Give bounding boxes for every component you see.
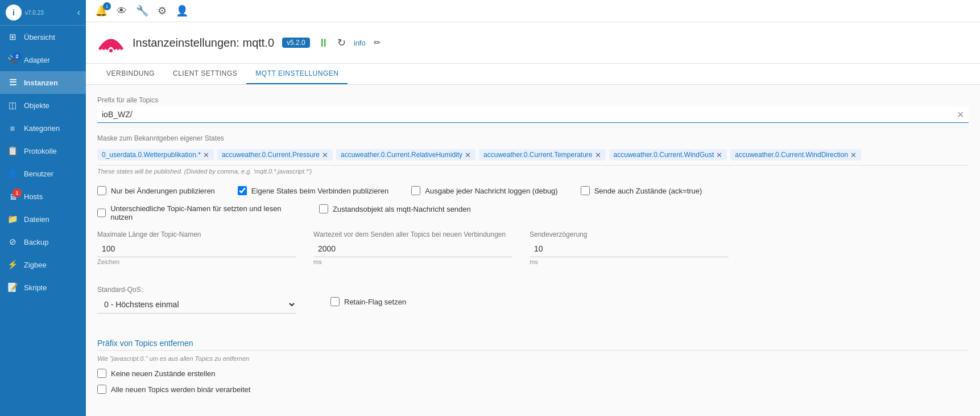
objekte-icon: ◫ bbox=[7, 100, 18, 111]
checkbox-nur-aenderungen-input[interactable] bbox=[97, 186, 106, 195]
checkbox-zustandsobjekt-input[interactable] bbox=[319, 204, 328, 213]
tag-2: accuweather.0.Current.RelativeHumidity ✕ bbox=[336, 149, 475, 160]
sidebar-label-skripte: Skripte bbox=[24, 283, 47, 292]
checkbox-eigene-states[interactable]: Eigene States beim Verbinden publizieren bbox=[238, 186, 388, 195]
checkbox-binary-topics-input[interactable] bbox=[97, 385, 106, 394]
gear-icon[interactable]: ⚙ bbox=[158, 5, 167, 17]
user-icon[interactable]: 👤 bbox=[176, 5, 188, 17]
bell-icon[interactable]: 🔔 1 bbox=[95, 5, 107, 17]
tag-remove-2[interactable]: ✕ bbox=[465, 151, 471, 159]
sidebar-item-adapter[interactable]: 🔌 Adapter 2 bbox=[0, 48, 86, 71]
checkbox-topic-namen[interactable]: Unterschiedliche Topic-Namen für setzten… bbox=[97, 204, 296, 221]
sidebar-item-protokolle[interactable]: 📋 Protokolle bbox=[0, 139, 86, 162]
pause-icon[interactable]: ⏸ bbox=[318, 36, 329, 50]
section-prefix-title: Präfix von Topics entfernen bbox=[97, 339, 969, 348]
sidebar-item-kategorien[interactable]: ≡ Kategorien bbox=[0, 117, 86, 139]
checkbox-binary-topics-label: Alle neuen Topics werden binär verarbeit… bbox=[111, 385, 250, 394]
checkboxes-row-1: Nur bei Änderungen publizieren Eigene St… bbox=[97, 186, 969, 195]
uebersicht-icon: ⊞ bbox=[7, 31, 18, 43]
mqtt-logo-icon bbox=[97, 29, 125, 56]
max-length-input[interactable] bbox=[97, 241, 296, 257]
checkbox-debug-log[interactable]: Ausgabe jeder Nachricht loggen (debug) bbox=[411, 186, 557, 195]
sidebar-label-objekte: Objekte bbox=[24, 101, 49, 110]
tag-remove-0[interactable]: ✕ bbox=[203, 151, 209, 159]
prefix-label: Prefix für alle Topics bbox=[97, 96, 969, 104]
checkbox-nur-aenderungen-label: Nur bei Änderungen publizieren bbox=[111, 187, 215, 195]
sidebar-label-uebersicht: Übersicht bbox=[24, 33, 55, 42]
checkbox-no-new-states-label: Keine neuen Zustände erstellen bbox=[111, 369, 216, 378]
tab-verbindung[interactable]: VERBINDUNG bbox=[97, 64, 164, 84]
eye-icon[interactable]: 👁 bbox=[117, 5, 127, 17]
logo-icon: i bbox=[6, 5, 22, 20]
qos-select[interactable]: 0 - Höchstens einmal 1 - Mindestens einm… bbox=[97, 296, 296, 314]
tag-remove-4[interactable]: ✕ bbox=[716, 151, 722, 159]
sidebar-item-benutzer[interactable]: 👤 Benutzer bbox=[0, 162, 86, 185]
checkbox-sende-zustaende-label: Sende auch Zustände (ack=true) bbox=[594, 187, 702, 195]
backup-icon: ⊘ bbox=[7, 236, 18, 248]
checkbox-binary-topics[interactable]: Alle neuen Topics werden binär verarbeit… bbox=[97, 385, 969, 394]
tab-mqtt-einstellungen[interactable]: MQTT EINSTELLUNGEN bbox=[246, 64, 348, 84]
checkbox-no-new-states-input[interactable] bbox=[97, 369, 106, 378]
sidebar-header: i v7.0.23 ‹ bbox=[0, 0, 86, 26]
fields-row: Maximale Länge der Topic-Namen Zeichen W… bbox=[97, 230, 969, 277]
tag-remove-5[interactable]: ✕ bbox=[850, 151, 857, 159]
sidebar-item-uebersicht[interactable]: ⊞ Übersicht bbox=[0, 26, 86, 48]
kategorien-icon: ≡ bbox=[7, 122, 18, 134]
sidebar-item-backup[interactable]: ⊘ Backup bbox=[0, 230, 86, 253]
adapter-badge: 2 bbox=[13, 52, 22, 61]
sidebar-item-instanzen[interactable]: ☰ Instanzen bbox=[0, 71, 86, 94]
bell-badge: 1 bbox=[103, 2, 111, 10]
tabs: VERBINDUNG CLIENT SETTINGS MQTT EINSTELL… bbox=[86, 64, 980, 85]
collapse-icon[interactable]: ‹ bbox=[77, 7, 80, 18]
checkbox-no-new-states[interactable]: Keine neuen Zustände erstellen bbox=[97, 369, 969, 378]
skripte-icon: 📝 bbox=[7, 282, 18, 293]
wait-time-input[interactable] bbox=[313, 241, 512, 257]
checkbox-retain[interactable]: Retain-Flag setzen bbox=[330, 297, 406, 306]
wait-time-label: Wartezeit vor dem Senden aller Topics be… bbox=[313, 230, 512, 238]
checkbox-topic-namen-input[interactable] bbox=[97, 208, 106, 217]
benutzer-icon: 👤 bbox=[7, 168, 18, 179]
checkbox-eigene-states-input[interactable] bbox=[238, 186, 247, 195]
version-badge: v5.2.0 bbox=[282, 38, 310, 48]
info-link[interactable]: info bbox=[354, 39, 366, 47]
section-prefix-hint: Wie "javascript.0." um es aus allen Topi… bbox=[97, 355, 969, 362]
edit-icon[interactable]: ✏ bbox=[374, 38, 381, 48]
sidebar-label-instanzen: Instanzen bbox=[24, 79, 58, 87]
tab-client-settings[interactable]: CLIENT SETTINGS bbox=[164, 64, 246, 84]
sidebar-label-hosts: Hosts bbox=[24, 192, 43, 201]
checkbox-zustandsobjekt[interactable]: Zustandsobjekt als mqtt-Nachricht senden bbox=[319, 204, 471, 213]
main-area: 🔔 1 👁 🔧 ⚙ 👤 Instanzeinstellungen: mqtt.0… bbox=[86, 0, 980, 416]
prefix-clear-button[interactable]: ✕ bbox=[952, 107, 969, 122]
tag-remove-1[interactable]: ✕ bbox=[322, 151, 328, 159]
sidebar-item-skripte[interactable]: 📝 Skripte bbox=[0, 276, 86, 299]
checkbox-retain-label: Retain-Flag setzen bbox=[344, 298, 406, 306]
sidebar: i v7.0.23 ‹ ⊞ Übersicht 🔌 Adapter 2 ☰ In… bbox=[0, 0, 86, 416]
sidebar-version: v7.0.23 bbox=[25, 10, 44, 16]
tag-label-3: accuweather.0.Current.Temperature bbox=[483, 151, 592, 159]
zigbee-icon: ⚡ bbox=[7, 259, 18, 270]
sidebar-item-zigbee[interactable]: ⚡ Zigbee bbox=[0, 253, 86, 276]
tag-label-2: accuweather.0.Current.RelativeHumidity bbox=[341, 151, 462, 159]
checkbox-topic-namen-label: Unterschiedliche Topic-Namen für setzten… bbox=[110, 204, 296, 221]
toolbar: 🔔 1 👁 🔧 ⚙ 👤 bbox=[86, 0, 980, 22]
sidebar-item-hosts[interactable]: 🖥 Hosts 1 bbox=[0, 185, 86, 208]
qos-group: Standard-QoS: 0 - Höchstens einmal 1 - M… bbox=[97, 286, 296, 314]
wrench-icon[interactable]: 🔧 bbox=[136, 5, 148, 17]
refresh-icon[interactable]: ↻ bbox=[337, 36, 346, 49]
dateien-icon: 📁 bbox=[7, 213, 18, 225]
send-delay-input[interactable] bbox=[530, 241, 729, 257]
checkbox-eigene-states-label: Eigene States beim Verbinden publizieren bbox=[251, 187, 388, 195]
checkbox-sende-zustaende-input[interactable] bbox=[581, 186, 590, 195]
sidebar-item-dateien[interactable]: 📁 Dateien bbox=[0, 208, 86, 230]
tag-remove-3[interactable]: ✕ bbox=[595, 151, 601, 159]
prefix-input[interactable] bbox=[97, 106, 952, 122]
tag-0: 0_userdata.0.Wetterpublikation.* ✕ bbox=[97, 149, 214, 160]
tag-label-5: accuweather.0.Current.WindDirection bbox=[735, 151, 848, 159]
wait-time-group: Wartezeit vor dem Senden aller Topics be… bbox=[313, 230, 512, 265]
checkbox-sende-zustaende[interactable]: Sende auch Zustände (ack=true) bbox=[581, 186, 702, 195]
checkbox-nur-aenderungen[interactable]: Nur bei Änderungen publizieren bbox=[97, 186, 215, 195]
sidebar-item-objekte[interactable]: ◫ Objekte bbox=[0, 94, 86, 117]
checkbox-retain-input[interactable] bbox=[330, 297, 340, 306]
checkbox-debug-log-input[interactable] bbox=[411, 186, 420, 195]
section-divider bbox=[97, 350, 969, 351]
